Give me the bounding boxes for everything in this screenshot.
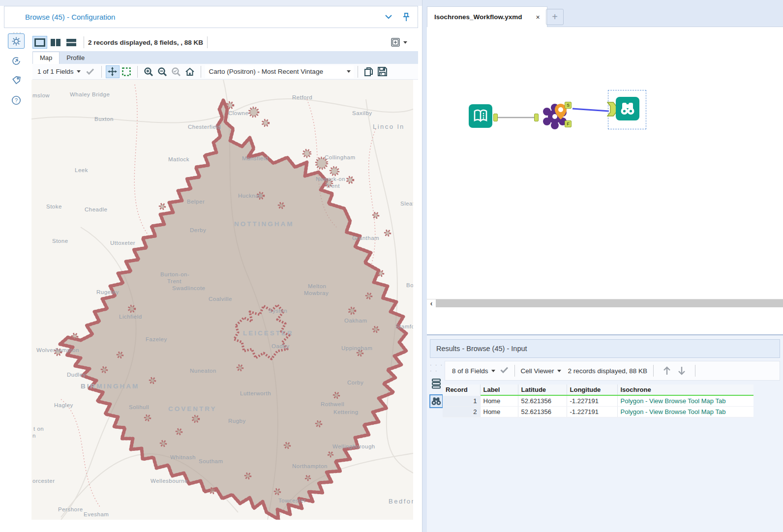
settings-gear-icon[interactable]	[8, 33, 25, 49]
map-label: Stamford	[395, 324, 413, 329]
map-label: Wolverhampton	[36, 347, 79, 353]
map-label: n	[32, 433, 36, 439]
canvas-horizontal-scrollbar[interactable]: ‹	[427, 299, 783, 307]
column-header[interactable]: Longitude	[567, 384, 617, 395]
table-row[interactable]: 2Home52.621356-1.227191Polygon - View Br…	[443, 406, 753, 417]
tab-map[interactable]: Map	[32, 52, 60, 64]
browse-input-anchor[interactable]	[607, 102, 617, 118]
single-pane-layout-icon[interactable]	[32, 36, 47, 49]
column-header[interactable]: Isochrone	[617, 384, 753, 395]
save-icon[interactable]	[376, 65, 390, 78]
map-label: Uttoxeter	[110, 240, 135, 246]
map-label: Sleaf	[400, 201, 413, 207]
map-label: COVENTRY	[168, 405, 217, 413]
map-label: Fazeley	[146, 336, 167, 342]
workflow-tab[interactable]: Isochrones_Workflow.yxmd ×	[427, 6, 547, 27]
map-label: Corby	[347, 380, 363, 385]
cell-viewer-caret[interactable]	[557, 370, 561, 372]
column-header[interactable]: Latitude	[518, 384, 567, 395]
new-tab-button[interactable]: +	[546, 9, 564, 25]
browse-tool[interactable]	[616, 97, 639, 120]
table-cell: Polygon - View Browse Tool Map Tab	[617, 406, 753, 417]
input-data-tool[interactable]	[469, 104, 492, 128]
map-label: BIRMINGHAM	[81, 383, 139, 390]
map-label: Grantham	[352, 235, 379, 241]
configuration-panel: Browse (45) - Configuration ··· ?	[0, 0, 422, 532]
close-icon[interactable]: ×	[536, 13, 540, 21]
scroll-left-arrow[interactable]: ‹	[427, 299, 436, 307]
pan-tool-icon[interactable]	[106, 65, 120, 78]
basemap-select[interactable]: Carto (Positron) - Most Recent Vintage	[205, 65, 354, 78]
marquee-select-icon[interactable]	[120, 65, 133, 78]
cell-viewer-dropdown[interactable]: Cell Viewer	[521, 367, 554, 375]
map-label: Stone	[52, 238, 68, 244]
apply-check-icon	[84, 65, 97, 78]
records-status-text: 2 records displayed, 8 fields, , 88 KB	[88, 39, 203, 46]
map-label: Buxton	[94, 116, 114, 122]
pin-icon[interactable]	[400, 12, 413, 23]
map-label: LEICESTER	[243, 329, 294, 337]
scroll-up-icon[interactable]	[660, 366, 674, 375]
help-icon[interactable]: ?	[8, 92, 25, 108]
configuration-header: Browse (45) - Configuration	[4, 6, 418, 28]
map-label: Chesterfield	[188, 124, 221, 130]
results-header: Results - Browse (45) - Input	[430, 339, 780, 358]
map-label: NOTTINGHAM	[234, 220, 294, 228]
tag-icon[interactable]	[8, 73, 25, 88]
map-label: Cheadle	[85, 207, 107, 212]
table-cell: 52.621356	[518, 395, 567, 406]
run-navigation-icon[interactable]	[8, 53, 25, 68]
map-canvas[interactable]: mslowWhaley BridgeBuxtonChesterfieldRetf…	[31, 80, 413, 520]
workflow-tab-title: Isochrones_Workflow.yxmd	[434, 13, 522, 21]
macro-success-anchor[interactable]: S	[565, 102, 572, 109]
map-label: orcester	[32, 478, 55, 484]
connection-lines	[427, 27, 783, 326]
tab-profile[interactable]: Profile	[60, 52, 91, 64]
map-label: Rothwell	[321, 401, 344, 407]
zoom-in-icon[interactable]	[142, 65, 155, 78]
input-output-anchor[interactable]	[493, 114, 498, 121]
map-label: Kettering	[333, 409, 359, 415]
binoculars-icon[interactable]	[429, 394, 443, 408]
fields-dropdown[interactable]: 1 of 1 Fields	[37, 68, 74, 75]
configuration-rail: ?	[8, 33, 29, 112]
map-label: Mansfield	[242, 155, 269, 161]
results-rail: · · · · ·	[428, 361, 445, 523]
column-header[interactable]: Record	[443, 384, 480, 395]
table-row[interactable]: 1Home52.621356-1.227191Polygon - View Br…	[443, 395, 753, 406]
map-label: Uppingham	[341, 345, 372, 351]
svg-text:?: ?	[15, 97, 18, 103]
table-cell: Home	[480, 406, 518, 417]
scrollbar-thumb[interactable]	[436, 299, 783, 307]
copy-icon[interactable]	[362, 65, 376, 78]
fields-dropdown-caret[interactable]	[77, 70, 81, 73]
two-row-layout-icon[interactable]	[64, 36, 79, 49]
macro-fail-anchor[interactable]: F	[565, 120, 572, 127]
results-fields-dropdown[interactable]: 8 of 8 Fields	[452, 367, 488, 375]
workflow-canvas[interactable]: S F	[427, 27, 783, 326]
open-new-window-icon[interactable]	[391, 37, 407, 47]
map-label: Retford	[292, 94, 312, 100]
zoom-out-icon[interactable]	[155, 65, 169, 78]
map-label: Wellesbourne	[151, 478, 188, 484]
zoom-home-icon[interactable]	[183, 65, 197, 78]
map-label: Oadby	[271, 343, 289, 349]
chevron-down-icon[interactable]	[382, 12, 395, 23]
macro-input-anchor[interactable]	[534, 114, 539, 121]
map-label: Swadlincote	[172, 285, 206, 291]
column-header[interactable]: Label	[480, 384, 518, 395]
results-table[interactable]: RecordLabelLatitudeLongitudeIsochrone 1H…	[443, 384, 753, 417]
window-dropdown-caret[interactable]	[403, 41, 407, 44]
panel-splitter[interactable]	[422, 0, 427, 532]
map-label: Evesham	[84, 511, 109, 517]
map-label: Linco ln	[373, 123, 405, 130]
map-label: t on	[33, 426, 44, 432]
scroll-down-icon[interactable]	[674, 366, 689, 375]
two-column-layout-icon[interactable]	[48, 36, 63, 49]
map-label: Rugby	[228, 418, 246, 424]
table-cell: 2	[443, 406, 480, 417]
map-label: Lichfield	[119, 314, 142, 320]
results-fields-caret[interactable]	[491, 370, 495, 372]
map-labels: mslowWhaley BridgeBuxtonChesterfieldRetf…	[31, 80, 413, 520]
table-layout-icon[interactable]	[429, 377, 443, 390]
